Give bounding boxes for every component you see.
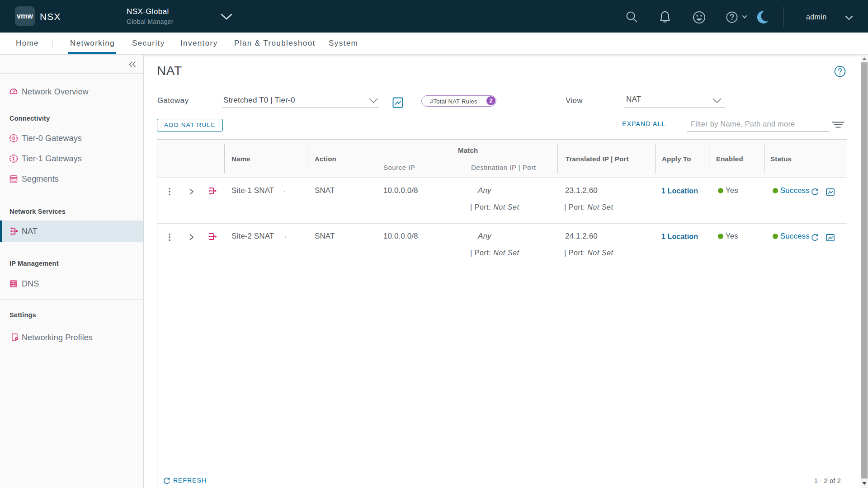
svg-text:1: 1: [12, 156, 15, 161]
svg-text:0: 0: [12, 136, 15, 141]
